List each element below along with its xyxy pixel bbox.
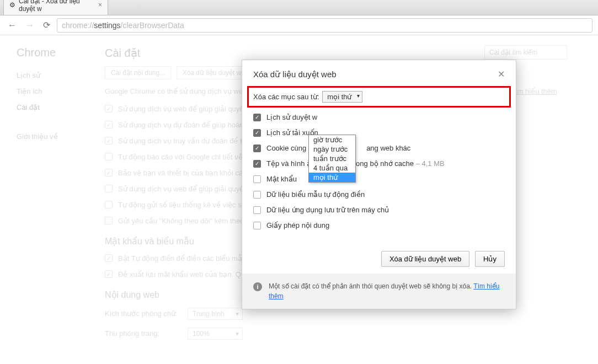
clear-data-item: Dữ liệu biểu mẫu tự động điền (253, 190, 505, 199)
url-path: /clearBrowserData (121, 21, 184, 30)
content-settings-button[interactable]: Cài đặt nội dung... (105, 66, 171, 79)
checkbox[interactable] (105, 169, 113, 176)
item-label: Giấy phép nội dung (266, 221, 329, 229)
settings-search-input[interactable]: Cài đặt tìm kiếm (484, 45, 567, 60)
item-label: Mật khẩu (266, 175, 297, 183)
url-host: settings (94, 21, 120, 30)
brand: Chrome (17, 46, 77, 59)
checkbox[interactable] (105, 201, 113, 208)
checkbox[interactable] (105, 185, 113, 192)
time-range-select[interactable]: mọi thứ (322, 91, 362, 103)
dropdown-option[interactable]: giờ trước (309, 135, 355, 144)
clear-data-item: Tệp và hình ảnh được lưu trong bộ nhớ ca… (253, 159, 505, 168)
time-range-row: Xóa các mục sau từ: mọi thứ (247, 86, 511, 108)
option-label: Gửi yêu cầu "Không theo dõi" kèm theo lư… (118, 217, 260, 225)
checkbox[interactable] (253, 129, 261, 137)
sidebar-item-settings[interactable]: Cài đặt (17, 103, 77, 111)
dropdown-option[interactable]: mọi thứ (309, 173, 355, 182)
dropdown-option[interactable]: ngày trước (309, 144, 355, 154)
checkbox[interactable] (253, 191, 261, 199)
checkbox[interactable] (105, 217, 113, 224)
time-range-dropdown[interactable]: giờ trướcngày trướctuần trước4 tuần quam… (308, 135, 356, 183)
checkbox[interactable] (105, 153, 113, 160)
info-bar: i Một số cài đặt có thể phản ánh thói qu… (242, 274, 516, 309)
sidebar-item-history[interactable]: Lịch sử (17, 71, 77, 79)
checkbox[interactable] (105, 254, 113, 262)
zoom-label: Thu phóng trang: (105, 329, 182, 338)
font-size-label: Kích thước phông chữ: (105, 309, 182, 318)
forward-button[interactable]: → (23, 19, 36, 31)
option-label: Tự động báo cáo với Google chi tiết về s… (118, 153, 263, 161)
checkbox[interactable] (253, 222, 261, 229)
clear-data-item: Giấy phép nội dung (253, 221, 505, 229)
sidebar: Lịch sử Tiện ích Cài đặt Giới thiệu về (17, 70, 77, 141)
reload-button[interactable]: ⟳ (41, 19, 52, 31)
checkbox[interactable] (105, 270, 113, 278)
tab-title: Cài đặt - Xóa dữ liệu duyệt w (19, 0, 92, 13)
gear-icon: ⚙ (9, 1, 15, 9)
close-icon[interactable]: ✕ (498, 69, 505, 79)
modal-title: Xóa dữ liệu duyệt web (253, 69, 337, 79)
sidebar-item-about[interactable]: Giới thiệu về (17, 132, 77, 141)
item-label: Dữ liệu biểu mẫu tự động điền (266, 190, 365, 199)
clear-data-item: Lịch sử tải xuốn (253, 129, 505, 137)
checkbox[interactable] (253, 114, 261, 121)
clear-data-item: Lịch sử duyệt w (253, 113, 505, 121)
cancel-button[interactable]: Hủy (475, 251, 505, 267)
learn-more-link[interactable]: Tìm hiểu thêm (511, 87, 557, 95)
checkbox[interactable] (253, 175, 261, 183)
checkbox[interactable] (253, 160, 261, 168)
font-size-select[interactable]: Trung bình (188, 308, 243, 320)
zoom-select[interactable]: 100% (188, 328, 243, 340)
clear-data-item: Cookie cùng dữang web khác (253, 144, 505, 152)
item-label: Dữ liệu ứng dụng lưu trữ trên máy chủ (266, 206, 389, 214)
url-scheme: chrome:// (62, 21, 94, 30)
time-range-label: Xóa các mục sau từ: (253, 93, 319, 101)
checkbox[interactable] (105, 137, 113, 144)
checkbox[interactable] (253, 144, 261, 152)
dropdown-option[interactable]: tuần trước (309, 154, 355, 163)
back-button[interactable]: ← (6, 19, 19, 31)
left-col: Chrome Lịch sử Tiện ích Cài đặt Giới thi… (17, 46, 77, 347)
browser-tab[interactable]: ⚙ Cài đặt - Xóa dữ liệu duyệt w × (3, 0, 108, 15)
nav-bar: ← → ⟳ chrome://settings/clearBrowserData (0, 15, 598, 35)
sidebar-item-extensions[interactable]: Tiện ích (17, 87, 77, 95)
dropdown-option[interactable]: 4 tuần qua (309, 163, 355, 173)
info-text: Một số cài đặt có thể phản ánh thói quen… (269, 282, 472, 290)
item-label: Lịch sử duyệt w (266, 113, 367, 121)
info-icon: i (253, 282, 262, 291)
tab-bar: ⚙ Cài đặt - Xóa dữ liệu duyệt w × (0, 0, 598, 15)
clear-data-item: Dữ liệu ứng dụng lưu trữ trên máy chủ (253, 206, 505, 214)
clear-data-item: Mật khẩu (253, 175, 505, 183)
url-bar[interactable]: chrome://settings/clearBrowserData (57, 18, 592, 33)
clear-data-confirm-button[interactable]: Xóa dữ liệu duyệt web (381, 251, 469, 267)
checkbox[interactable] (253, 206, 261, 214)
clear-data-modal: Xóa dữ liệu duyệt web ✕ Xóa các mục sau … (242, 60, 516, 309)
checkbox[interactable] (105, 121, 113, 129)
close-icon[interactable]: × (98, 1, 102, 9)
checkbox[interactable] (105, 105, 113, 113)
